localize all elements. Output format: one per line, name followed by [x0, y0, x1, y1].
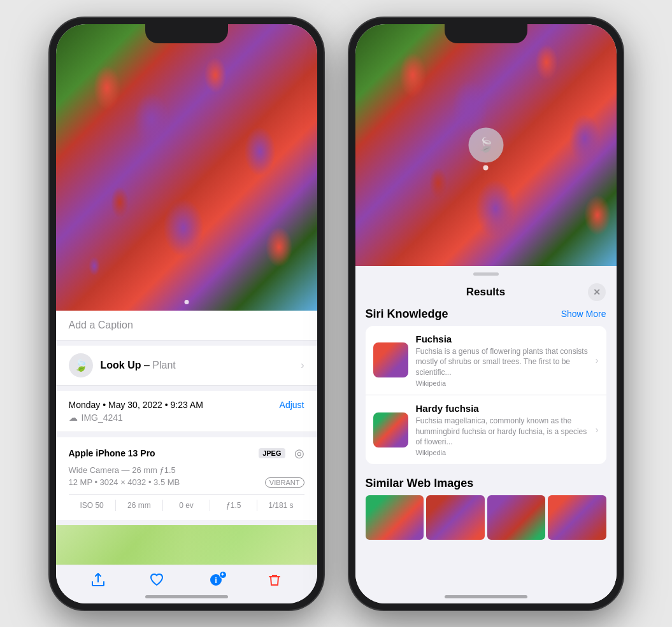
device-name: Apple iPhone 13 Pro [69, 448, 155, 458]
format-row: JPEG ◎ [259, 446, 304, 460]
home-indicator-left [145, 595, 228, 598]
fuchsia-desc: Fuchsia is a genus of flowering plants t… [416, 346, 588, 378]
date-section: Monday • May 30, 2022 • 9:23 AM Adjust ☁… [56, 391, 317, 432]
exif-row: ISO 50 26 mm 0 ev ƒ1.5 1/181 s [69, 494, 304, 511]
phones-container: Add a Caption 🍃 Look Up – Plant › [50, 18, 623, 610]
knowledge-item-fuchsia[interactable]: Fuchsia Fuchsia is a genus of flowering … [366, 326, 606, 395]
close-button[interactable]: ✕ [588, 283, 606, 301]
hardy-content: Hardy fuchsia Fuchsia magellanica, commo… [416, 403, 588, 456]
date-row: Monday • May 30, 2022 • 9:23 AM Adjust [69, 400, 304, 410]
lookup-chevron-icon: › [301, 360, 304, 371]
siri-knowledge-section: Siri Knowledge Show More Fuchsia Fuchsia… [355, 307, 617, 470]
hardy-name: Hardy fuchsia [416, 403, 588, 414]
mp-row: 12 MP • 3024 × 4032 • 3.5 MB VIBRANT [69, 477, 304, 488]
fuchsia-chevron-icon: › [596, 355, 599, 365]
fuchsia-name: Fuchsia [416, 334, 588, 344]
left-phone-inner: Add a Caption 🍃 Look Up – Plant › [56, 24, 317, 603]
siri-knowledge-title: Siri Knowledge [366, 307, 448, 321]
svg-text:i: i [215, 575, 217, 585]
fuchsia-content: Fuchsia Fuchsia is a genus of flowering … [416, 334, 588, 387]
left-phone-screen: Add a Caption 🍃 Look Up – Plant › [56, 24, 317, 603]
exif-ev: 0 ev [163, 500, 210, 511]
similar-images-grid [366, 495, 606, 540]
exif-aperture: ƒ1.5 [210, 500, 257, 511]
similar-img-3[interactable] [487, 495, 546, 540]
camera-specs: Wide Camera — 26 mm ƒ1.5 [69, 465, 304, 475]
knowledge-card: Fuchsia Fuchsia is a genus of flowering … [366, 326, 606, 465]
flower-image-right[interactable]: 🍃 [355, 24, 617, 266]
location-icon: ◎ [294, 446, 304, 460]
map-overlay [56, 525, 317, 565]
siri-header: Siri Knowledge Show More [366, 307, 606, 321]
exif-focal: 26 mm [116, 500, 163, 511]
adjust-button[interactable]: Adjust [280, 400, 304, 410]
photo-info-section: Add a Caption 🍃 Look Up – Plant › [56, 311, 317, 565]
right-notch [445, 24, 527, 43]
filename-text: IMG_4241 [82, 412, 123, 423]
similar-img-4[interactable] [548, 495, 606, 540]
share-button[interactable] [91, 573, 105, 591]
lookup-label: Look Up – Plant [101, 360, 176, 371]
info-badge: ✦ [219, 571, 227, 579]
vibrant-badge: VIBRANT [265, 477, 304, 488]
knowledge-item-hardy[interactable]: Hardy fuchsia Fuchsia magellanica, commo… [366, 395, 606, 464]
fuchsia-source: Wikipedia [416, 379, 588, 387]
device-row: Apple iPhone 13 Pro JPEG ◎ [69, 446, 304, 460]
similar-title: Similar Web Images [366, 477, 606, 490]
home-indicator-right [445, 595, 527, 598]
similar-img-1[interactable] [366, 495, 424, 540]
similar-img-2[interactable] [426, 495, 485, 540]
right-phone-screen: 🍃 Results ✕ [355, 24, 617, 603]
flower-image-left[interactable] [56, 24, 317, 311]
caption-placeholder[interactable]: Add a Caption [69, 320, 133, 330]
delete-button[interactable] [268, 573, 282, 591]
lookup-row[interactable]: 🍃 Look Up – Plant › [56, 346, 317, 386]
date-text: Monday • May 30, 2022 • 9:23 AM [69, 400, 203, 410]
visual-lookup-icon: 🍃 [69, 353, 93, 377]
fuchsia-thumbnail [373, 342, 408, 377]
hardy-source: Wikipedia [416, 449, 588, 456]
right-phone: 🍃 Results ✕ [349, 18, 623, 610]
cloud-icon: ☁ [69, 412, 78, 423]
left-phone: Add a Caption 🍃 Look Up – Plant › [50, 18, 324, 610]
visual-lookup-dot [483, 165, 489, 170]
show-more-button[interactable]: Show More [561, 309, 606, 319]
visual-lookup-button[interactable]: 🍃 [468, 127, 503, 162]
caption-area[interactable]: Add a Caption [56, 311, 317, 341]
similar-images-section: Similar Web Images [355, 469, 617, 545]
results-panel: Results ✕ Siri Knowledge Show More [355, 266, 617, 603]
map-section[interactable] [56, 525, 317, 565]
heart-button[interactable] [150, 573, 164, 591]
filename-row: ☁ IMG_4241 [69, 412, 304, 423]
image-dot-indicator [184, 300, 189, 304]
format-badge: JPEG [259, 448, 285, 458]
mp-text: 12 MP • 3024 × 4032 • 3.5 MB [69, 477, 180, 487]
exif-iso: ISO 50 [69, 500, 116, 511]
hardy-desc: Fuchsia magellanica, commonly known as t… [416, 416, 588, 447]
device-section: Apple iPhone 13 Pro JPEG ◎ Wide Camera —… [56, 437, 317, 520]
notch [145, 24, 228, 43]
drag-handle[interactable] [473, 272, 499, 276]
results-header: Results ✕ [355, 279, 617, 307]
exif-shutter: 1/181 s [257, 500, 304, 511]
results-title: Results [466, 286, 505, 299]
flower-overlay-left [56, 24, 317, 311]
info-button[interactable]: i ✦ [209, 573, 223, 591]
hardy-thumbnail [373, 412, 408, 447]
right-phone-inner: 🍃 Results ✕ [355, 24, 617, 603]
hardy-chevron-icon: › [596, 425, 599, 435]
